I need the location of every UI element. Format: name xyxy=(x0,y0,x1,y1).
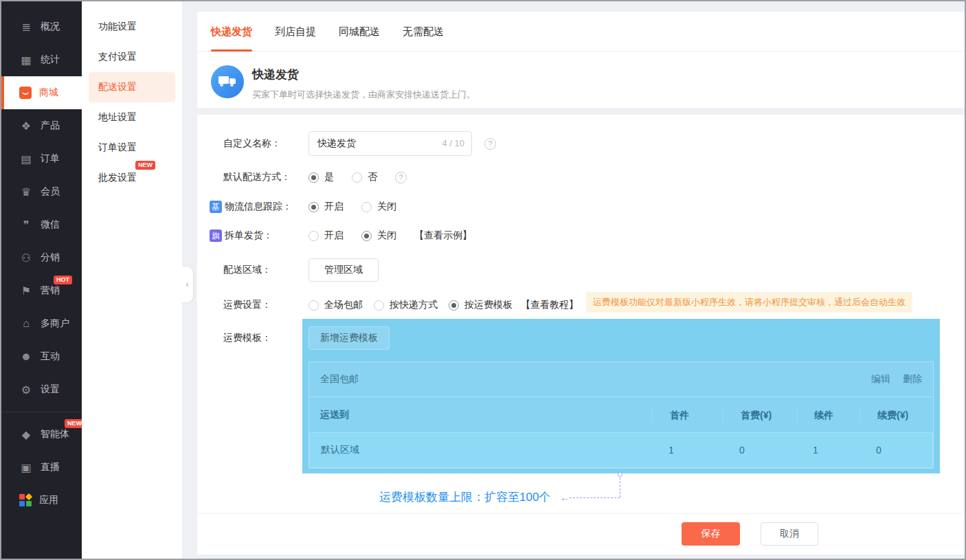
help-icon[interactable]: ? xyxy=(484,138,496,150)
sidebar-item-interaction[interactable]: ☻ 互动 xyxy=(1,340,82,373)
col-first-fee: 首费(¥) xyxy=(723,407,796,423)
sidebar-item-ai-agent[interactable]: ◆ 智能体 NEW xyxy=(1,418,82,451)
gear-icon: ⚙ xyxy=(19,383,33,396)
radio-tracking-off[interactable]: 关闭 xyxy=(361,201,396,213)
char-counter: 4 / 10 xyxy=(442,138,464,148)
sidebar-item-distribution[interactable]: ⚇ 分销 xyxy=(1,241,82,274)
radio-by-express[interactable]: 按快递方式 xyxy=(374,299,438,311)
radio-icon xyxy=(308,202,319,212)
save-button[interactable]: 保存 xyxy=(682,522,740,546)
page-header-card: 快递发货 到店自提 同城配送 无需配送 快递发货 买家下单时可选择快递发货，由商… xyxy=(197,12,965,108)
submenu-item-function-settings[interactable]: 功能设置 xyxy=(89,12,175,42)
radio-icon xyxy=(374,300,384,311)
radio-icon xyxy=(308,300,319,311)
sidebar-item-members[interactable]: ♛ 会员 xyxy=(1,175,82,208)
manage-area-button[interactable]: 管理区域 xyxy=(308,258,379,282)
freight-setting-label: 运费设置： xyxy=(223,299,271,311)
apps-icon xyxy=(19,494,32,506)
submenu-item-delivery-settings[interactable]: 配送设置 xyxy=(89,72,175,102)
cancel-button[interactable]: 取消 xyxy=(761,522,818,546)
layers-icon: ≣ xyxy=(19,21,33,34)
sidebar-divider xyxy=(1,412,82,412)
sidebar-item-live[interactable]: ▣ 直播 xyxy=(1,451,82,484)
store-icon: ⌂ xyxy=(19,317,33,330)
radio-icon xyxy=(308,172,319,183)
sidebar-item-apps[interactable]: 应用 xyxy=(1,484,82,517)
default-method-label: 默认配送方式： xyxy=(223,171,291,183)
sidebar-item-multi-merchant[interactable]: ⌂ 多商户 xyxy=(1,307,82,340)
chat-bubble-icon: ❞ xyxy=(19,219,33,232)
annotation-dashed-line-horizontal xyxy=(570,497,620,498)
template-title: 全国包邮 xyxy=(320,373,359,385)
delivery-form-card: 自定义名称： 4 / 10 ? 默认配送方式： 是 xyxy=(197,115,965,555)
page-title: 快递发货 xyxy=(252,67,299,82)
chevron-left-icon: ‹ xyxy=(186,280,189,289)
radio-icon xyxy=(308,231,319,241)
submenu-item-wholesale-settings[interactable]: 批发设置 NEW xyxy=(89,163,175,193)
tab-no-delivery[interactable]: 无需配送 xyxy=(403,12,444,52)
settings-submenu: 功能设置 支付设置 配送设置 地址设置 订单设置 批发设置 NEW xyxy=(82,1,182,559)
sidebar-item-mall[interactable]: 商城 xyxy=(1,76,82,109)
custom-name-input[interactable] xyxy=(309,132,419,155)
help-icon[interactable]: ? xyxy=(395,172,407,183)
delete-template-link[interactable]: 删除 xyxy=(903,373,922,385)
radio-icon xyxy=(361,202,372,212)
radio-no[interactable]: 否 xyxy=(352,171,377,183)
template-table-header: 运送到 首件 首费(¥) 续件 续费(¥) xyxy=(309,397,933,432)
view-example-link[interactable]: 【查看示例】 xyxy=(414,229,472,242)
tab-city-delivery[interactable]: 同城配送 xyxy=(339,12,380,52)
sidebar-item-settings[interactable]: ⚙ 设置 xyxy=(1,373,82,406)
add-template-button[interactable]: 新增运费模板 xyxy=(308,326,390,350)
submenu-item-order-settings[interactable]: 订单设置 xyxy=(89,133,175,163)
edit-template-link[interactable]: 编辑 xyxy=(871,373,890,385)
group-icon: ☻ xyxy=(19,350,33,363)
template-card: 全国包邮 编辑 删除 运送到 首件 首费(¥) 续件 续费(¥) xyxy=(308,361,934,469)
radio-by-template[interactable]: 按运费模板 xyxy=(449,299,513,311)
sidebar-item-orders[interactable]: ▤ 订单 xyxy=(1,142,82,175)
footer-divider xyxy=(197,513,965,514)
submenu-item-payment-settings[interactable]: 支付设置 xyxy=(89,42,175,72)
main-sidebar: ≣ 概况 ▦ 统计 商城 ❖ 产品 ▤ 订单 ♛ 会员 ❞ 微信 ⚇ 分销 xyxy=(1,1,82,559)
truck-icon xyxy=(211,65,244,98)
radio-free-shipping[interactable]: 全场包邮 xyxy=(308,299,363,311)
radio-split-on[interactable]: 开启 xyxy=(308,229,344,242)
sidebar-item-marketing[interactable]: ⚑ 营销 HOT xyxy=(1,274,82,307)
delivery-tabs: 快递发货 到店自提 同城配送 无需配送 xyxy=(197,12,965,52)
grid-icon: ❖ xyxy=(19,120,33,133)
arrow-left-icon: ← xyxy=(560,491,570,503)
radio-tracking-on[interactable]: 开启 xyxy=(308,201,344,213)
radio-icon xyxy=(352,172,362,183)
annotation-dashed-line-vertical xyxy=(620,478,620,497)
app-window: ≣ 概况 ▦ 统计 商城 ❖ 产品 ▤ 订单 ♛ 会员 ❞ 微信 ⚇ 分销 xyxy=(0,0,966,560)
sidebar-item-wechat[interactable]: ❞ 微信 xyxy=(1,208,82,241)
tracking-label: 物流信息跟踪： xyxy=(225,201,292,213)
main-content: 快递发货 到店自提 同城配送 无需配送 快递发货 买家下单时可选择快递发货，由商… xyxy=(197,1,965,559)
flagship-feature-badge: 旗 xyxy=(210,229,222,242)
radio-split-off[interactable]: 关闭 xyxy=(361,229,396,242)
sidebar-item-products[interactable]: ❖ 产品 xyxy=(1,109,82,142)
submenu-item-address-settings[interactable]: 地址设置 xyxy=(89,102,175,133)
hot-badge: HOT xyxy=(54,276,72,284)
collapse-sidebar-handle[interactable]: ‹ xyxy=(181,267,193,302)
col-ship-to: 运送到 xyxy=(309,409,652,421)
split-order-label: 拆单发货： xyxy=(225,229,273,242)
tab-express-delivery[interactable]: 快递发货 xyxy=(211,12,252,52)
sidebar-item-statistics[interactable]: ▦ 统计 xyxy=(1,43,82,76)
custom-name-label: 自定义名称： xyxy=(223,137,281,150)
tab-store-pickup[interactable]: 到店自提 xyxy=(275,12,316,52)
view-tutorial-link[interactable]: 【查看教程】 xyxy=(521,299,579,311)
freight-template-highlight-zone: 新增运费模板 全国包邮 编辑 删除 运送到 首件 首费(¥) 续件 xyxy=(302,319,940,473)
cell-first-piece: 1 xyxy=(651,445,722,456)
sidebar-item-overview[interactable]: ≣ 概况 xyxy=(1,10,82,43)
cell-first-fee: 0 xyxy=(722,445,796,456)
col-first-piece: 首件 xyxy=(652,407,723,423)
radio-yes[interactable]: 是 xyxy=(308,171,334,183)
cell-additional-fee: 0 xyxy=(859,445,932,456)
crown-icon: ♛ xyxy=(19,186,33,199)
radio-icon xyxy=(361,231,372,241)
freight-template-warning: 运费模板功能仅对最新版小程序生效，请将小程序提交审核，通过后会自动生效 xyxy=(586,292,912,313)
delivery-area-label: 配送区域： xyxy=(223,264,271,276)
shop-bag-icon xyxy=(19,87,32,99)
annotation-anchor-dot xyxy=(618,472,622,477)
cell-region: 默认区域 xyxy=(310,444,651,456)
